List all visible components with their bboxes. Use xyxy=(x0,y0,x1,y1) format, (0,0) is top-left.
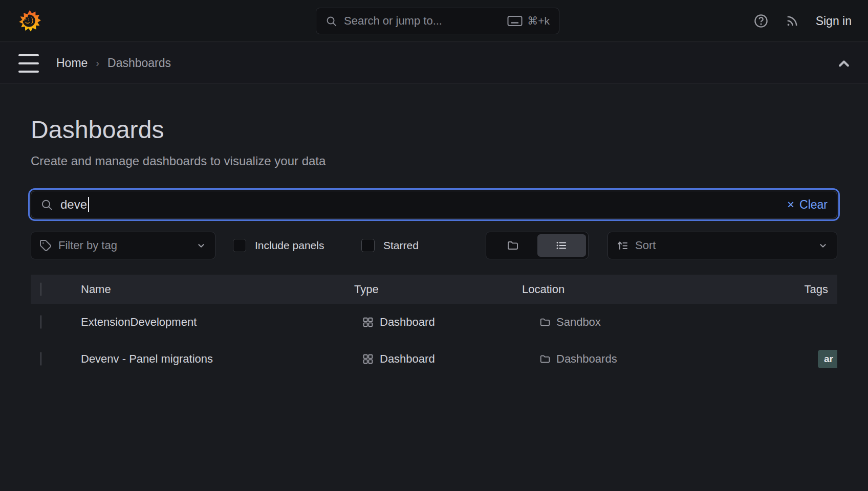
column-header-name: Name xyxy=(81,283,111,296)
column-header-location: Location xyxy=(522,283,565,296)
topnav-search-box[interactable]: Search or jump to... ⌘+k xyxy=(316,8,559,34)
dashboards-table: Name Type Location Tags ExtensionDevelop… xyxy=(31,275,837,377)
folder-icon xyxy=(507,239,519,252)
include-panels-label: Include panels xyxy=(255,239,324,252)
table-row: Devenv - Panel migrations Dashboard xyxy=(31,341,837,377)
text-caret xyxy=(88,197,89,212)
folder-icon xyxy=(539,353,551,365)
news-rss-icon[interactable] xyxy=(785,14,799,28)
breadcrumb-bar: Home › Dashboards xyxy=(0,42,868,84)
tag-filter-placeholder: Filter by tag xyxy=(58,239,117,252)
grafana-logo-icon[interactable] xyxy=(18,10,41,32)
shortcut-label: ⌘+k xyxy=(527,15,550,27)
menu-icon[interactable] xyxy=(18,54,39,73)
list-view-button[interactable] xyxy=(537,234,587,257)
select-all-checkbox[interactable] xyxy=(40,282,41,296)
folder-icon xyxy=(539,317,551,328)
column-header-tags: Tags xyxy=(805,283,828,296)
list-icon xyxy=(555,239,568,252)
row-location-label: Sandbox xyxy=(556,316,601,329)
keyboard-shortcut: ⌘+k xyxy=(507,15,550,27)
topnav-right: Sign in xyxy=(753,0,852,42)
search-icon xyxy=(326,15,337,27)
help-icon[interactable] xyxy=(753,13,769,29)
clear-label: Clear xyxy=(799,198,828,212)
starred-checkbox[interactable] xyxy=(361,239,375,252)
sort-icon xyxy=(616,239,628,252)
table-row: ExtensionDevelopment Dashboard xyxy=(31,304,837,341)
search-icon xyxy=(40,198,53,211)
tag-badge[interactable]: ar xyxy=(818,350,837,368)
close-icon: × xyxy=(787,198,794,211)
breadcrumb-home[interactable]: Home xyxy=(56,56,88,70)
page-title: Dashboards xyxy=(31,116,837,144)
keyboard-icon xyxy=(507,15,523,27)
layout-toggle xyxy=(486,232,589,259)
apps-grid-icon xyxy=(362,317,374,328)
search-input-value: deve xyxy=(60,197,87,212)
breadcrumb-current: Dashboards xyxy=(107,56,171,70)
tag-filter-select[interactable]: Filter by tag xyxy=(31,232,215,259)
location-link[interactable]: Dashboards xyxy=(539,352,617,366)
include-panels-checkbox-group[interactable]: Include panels xyxy=(233,232,324,259)
row-type-label: Dashboard xyxy=(380,316,435,329)
column-header-type: Type xyxy=(354,283,379,296)
row-type-label: Dashboard xyxy=(380,352,435,366)
location-link[interactable]: Sandbox xyxy=(539,316,601,329)
chevron-down-icon xyxy=(196,240,207,251)
include-panels-checkbox[interactable] xyxy=(233,239,246,252)
folder-view-button[interactable] xyxy=(488,234,537,257)
row-location-label: Dashboards xyxy=(556,352,617,366)
chevron-down-icon xyxy=(817,240,829,251)
chevron-up-icon[interactable] xyxy=(835,55,853,72)
page-subtitle: Create and manage dashboards to visualiz… xyxy=(31,154,837,168)
starred-label: Starred xyxy=(383,239,419,252)
top-nav: Search or jump to... ⌘+k xyxy=(0,0,868,42)
starred-checkbox-group[interactable]: Starred xyxy=(361,232,419,259)
apps-grid-icon xyxy=(362,353,374,365)
sort-select[interactable]: Sort xyxy=(607,232,837,259)
main-content: Dashboards Create and manage dashboards … xyxy=(0,84,868,491)
breadcrumb-separator: › xyxy=(96,57,99,69)
breadcrumb: Home › Dashboards xyxy=(56,42,171,84)
sort-placeholder: Sort xyxy=(635,239,656,252)
grafana-app: Search or jump to... ⌘+k xyxy=(0,0,868,491)
row-checkbox[interactable] xyxy=(40,352,41,366)
tag-icon xyxy=(39,239,52,252)
table-header-row: Name Type Location Tags xyxy=(31,275,837,304)
row-checkbox[interactable] xyxy=(40,315,41,329)
dashboard-name-link[interactable]: ExtensionDevelopment xyxy=(81,316,197,329)
dashboard-name-link[interactable]: Devenv - Panel migrations xyxy=(81,352,213,366)
topnav-search-placeholder: Search or jump to... xyxy=(344,14,442,28)
clear-search-button[interactable]: × Clear xyxy=(787,198,828,212)
sign-in-link[interactable]: Sign in xyxy=(816,14,852,28)
filter-toolbar: Filter by tag Include panels Starred xyxy=(31,232,837,259)
dashboard-search-input[interactable]: deve × Clear xyxy=(31,191,837,218)
